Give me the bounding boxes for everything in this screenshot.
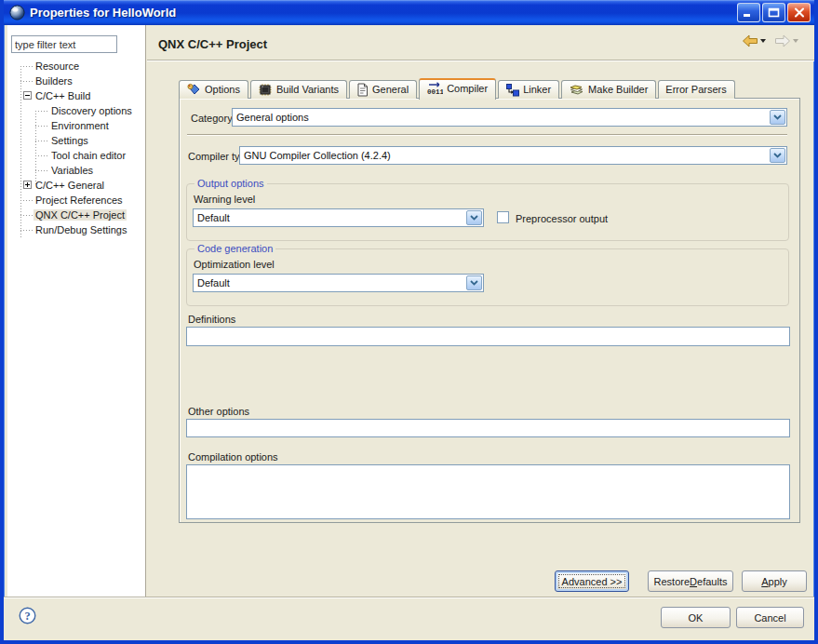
tree-leader [35,155,48,156]
tab-label: Error Parsers [665,84,726,95]
tab-general[interactable]: General [349,80,417,99]
help-glyph: ? [24,610,30,623]
category-select[interactable]: General options [232,108,787,127]
chevron-down-icon[interactable] [770,148,785,163]
tab-options[interactable]: Options [179,80,248,99]
chevron-down-icon[interactable] [466,275,482,290]
tree-leader [20,81,33,82]
category-separator [187,134,787,136]
output-options-group: Output options Warning level Default Pre… [186,183,789,241]
header-separator [147,60,814,61]
minimize-button[interactable] [737,3,760,22]
tab-linker[interactable]: Linker [498,80,559,99]
options-icon [186,83,201,97]
optimization-level-select[interactable]: Default [193,274,484,292]
forward-arrow-icon [774,34,791,47]
window-icon [9,5,25,20]
tree-item-variables[interactable]: Variables [7,163,145,178]
tree-item-label: C/C++ Build [34,90,92,101]
layers-icon [569,83,584,97]
compiler-type-select[interactable]: GNU Compiler Collection (4.2.4) [239,146,787,165]
tree-leader [35,126,48,127]
tab-label: General [372,84,409,95]
tree-item-label: Settings [49,135,90,146]
apply-button[interactable]: Apply [742,570,807,592]
forward-button[interactable] [771,33,801,49]
filter-input[interactable] [11,35,117,53]
restore-defaults-button[interactable]: Restore Defaults [648,570,733,592]
tree-item-label-selected: QNX C/C++ Project [34,209,127,221]
tree-item-resource[interactable]: Resource [7,59,145,74]
tree-item-builders[interactable]: Builders [7,74,145,88]
binary-digits: 0011 [427,88,443,96]
tree-leader [20,66,33,67]
linker-icon [505,83,519,97]
definitions-input[interactable] [186,327,790,346]
tree-item-label: Environment [49,120,111,131]
document-icon [356,83,369,97]
tree-item-environment[interactable]: Environment [7,118,145,133]
close-button[interactable] [787,3,811,22]
title-bar[interactable]: Properties for HelloWorld [4,0,814,25]
tree-item-label: Run/Debug Settings [34,224,128,235]
tree-item-project-references[interactable]: Project References [7,193,145,208]
tree-item-label: Tool chain editor [49,150,127,161]
window-title: Properties for HelloWorld [30,6,737,20]
preprocessor-output-label: Preprocessor output [516,213,608,224]
cancel-button[interactable]: Cancel [736,607,804,628]
navigation-panel: Resource Builders C/C++ Build Discovery … [7,25,146,597]
tree-item-tool-chain-editor[interactable]: Tool chain editor [7,148,145,163]
tree-leader [20,200,33,201]
other-options-input[interactable] [186,419,790,437]
chevron-down-icon[interactable] [770,110,785,125]
ok-button[interactable]: OK [661,607,731,628]
tree-item-qnx-ccpp-project[interactable]: QNX C/C++ Project [7,208,145,222]
binary-0011-icon: 0011 [426,82,443,96]
properties-tree: Resource Builders C/C++ Build Discovery … [7,59,145,237]
tab-error-parsers[interactable]: Error Parsers [658,80,734,99]
maximize-button[interactable] [762,3,785,22]
compilation-options-label: Compilation options [188,451,278,463]
tree-item-label: Resource [34,60,81,72]
compiler-type-value: GNU Compiler Collection (4.2.4) [244,150,766,161]
tree-item-label: Discovery options [49,105,134,116]
back-dropdown-caret[interactable] [760,39,766,43]
preprocessor-output-checkbox[interactable] [497,211,509,223]
tab-make-builder[interactable]: Make Builder [561,80,656,99]
chip-icon [258,83,273,97]
forward-dropdown-caret[interactable] [793,39,798,43]
expand-icon[interactable] [23,181,32,189]
back-arrow-icon [742,34,758,47]
tree-item-ccpp-general[interactable]: C/C++ General [7,178,145,193]
definitions-label: Definitions [188,314,235,325]
tree-item-label: Variables [49,165,95,176]
warning-level-select[interactable]: Default [193,208,484,227]
optimization-level-value: Default [197,277,463,288]
tree-item-run-debug-settings[interactable]: Run/Debug Settings [7,222,145,237]
tree-item-label: Builders [34,75,74,87]
footer-bar: ? OK Cancel [4,598,814,640]
optimization-level-label: Optimization level [194,259,275,270]
code-generation-title: Code generation [194,243,275,254]
category-label: Category [191,113,233,124]
minimize-icon [743,7,755,18]
properties-dialog: Properties for HelloWorld [0,0,818,644]
tab-label: Options [205,84,240,95]
tab-build-variants[interactable]: Build Variants [250,80,347,99]
compilation-options-textarea[interactable] [186,464,790,519]
tree-item-ccpp-build[interactable]: C/C++ Build [7,88,145,103]
tab-compiler[interactable]: 0011 Compiler [419,78,496,100]
help-button[interactable]: ? [19,607,36,624]
tree-leader [35,111,48,112]
warning-level-value: Default [197,212,463,223]
tree-leader [20,215,33,216]
chevron-down-icon[interactable] [466,210,482,225]
tree-item-discovery-options[interactable]: Discovery options [7,103,145,118]
advanced-button[interactable]: Advanced >> [555,570,629,592]
tab-label: Make Builder [588,84,648,95]
maximize-icon [768,7,780,18]
collapse-icon[interactable] [23,91,32,100]
tree-item-settings[interactable]: Settings [7,133,145,148]
back-button[interactable] [739,33,769,49]
output-options-title: Output options [194,178,267,189]
